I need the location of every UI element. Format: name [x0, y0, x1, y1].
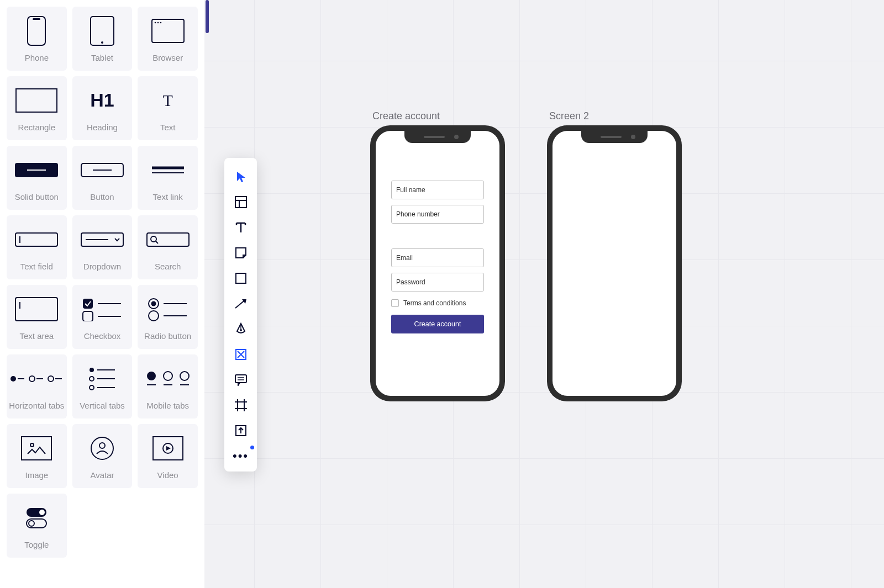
design-canvas[interactable]: ••• Create account Full name Phone numbe… [204, 0, 884, 588]
svg-point-45 [147, 372, 156, 380]
artboard-label[interactable]: Screen 2 [547, 110, 682, 122]
device-screen[interactable]: Full name Phone number Email Password Te… [376, 131, 499, 396]
palette-label: Rectangle [18, 123, 56, 131]
artboard-label[interactable]: Create account [370, 110, 505, 122]
palette-item-text-link[interactable]: Text link [138, 146, 198, 210]
palette-label: Dropdown [83, 262, 121, 271]
palette-item-radio-button[interactable]: Radio button [138, 285, 198, 349]
device-notch [404, 131, 471, 143]
palette-item-mobile-tabs[interactable]: Mobile tabs [138, 354, 198, 419]
phone-number-field[interactable]: Phone number [391, 205, 484, 224]
palette-item-video[interactable]: Video [138, 424, 198, 488]
browser-icon [151, 16, 185, 46]
palette-label: Text link [153, 193, 183, 201]
svg-point-20 [151, 236, 156, 242]
svg-point-52 [30, 443, 34, 447]
palette-label: Solid button [15, 193, 59, 201]
svg-point-58 [39, 510, 45, 515]
full-name-field[interactable]: Full name [391, 181, 484, 199]
palette-label: Avatar [90, 471, 114, 479]
palette-label: Mobile tabs [146, 401, 189, 410]
text-area-icon [15, 294, 58, 324]
component-palette: Phone Tablet Browser Rectangle H1 Headin… [0, 0, 204, 588]
palette-grid: Phone Tablet Browser Rectangle H1 Headin… [7, 7, 198, 558]
select-tool[interactable] [233, 169, 249, 184]
svg-rect-15 [15, 233, 57, 246]
text-tool[interactable] [233, 220, 249, 235]
palette-item-checkbox[interactable]: Checkbox [72, 285, 133, 349]
svg-point-49 [180, 372, 189, 380]
dropdown-icon [81, 225, 124, 255]
palette-item-rectangle[interactable]: Rectangle [7, 76, 67, 140]
svg-rect-2 [91, 17, 114, 45]
palette-item-text[interactable]: T Text [138, 76, 198, 140]
heading-icon: H1 [90, 86, 114, 115]
checkbox-box[interactable] [391, 299, 399, 307]
svg-point-35 [29, 376, 35, 382]
arrow-tool[interactable] [233, 296, 249, 311]
layout-tool[interactable] [233, 194, 249, 210]
palette-item-heading[interactable]: H1 Heading [72, 76, 133, 140]
password-field[interactable]: Password [391, 273, 484, 292]
palette-item-button[interactable]: Button [72, 146, 133, 210]
mobile-tabs-icon [145, 364, 191, 394]
comment-tool[interactable] [233, 372, 249, 388]
palette-label: Button [90, 193, 114, 201]
svg-point-39 [90, 368, 94, 372]
svg-point-41 [90, 377, 94, 381]
palette-item-text-area[interactable]: Text area [7, 285, 67, 349]
palette-label: Radio button [144, 332, 191, 340]
palette-item-toggle[interactable]: Toggle [7, 494, 67, 558]
device-screen[interactable] [552, 131, 676, 396]
palette-item-horizontal-tabs[interactable]: Horizontal tabs [7, 354, 67, 419]
phone-icon [27, 16, 46, 46]
palette-item-vertical-tabs[interactable]: Vertical tabs [72, 354, 133, 419]
email-field[interactable]: Email [391, 248, 484, 267]
palette-label: Vertical tabs [80, 401, 125, 410]
export-tool[interactable] [233, 423, 249, 438]
palette-item-dropdown[interactable]: Dropdown [72, 215, 133, 279]
palette-label: Image [25, 471, 48, 479]
text-link-icon [152, 155, 184, 185]
note-tool[interactable] [233, 245, 249, 261]
palette-label: Checkbox [84, 332, 121, 340]
svg-rect-22 [15, 298, 57, 321]
svg-rect-26 [83, 311, 93, 321]
artboard-screen-2[interactable]: Screen 2 [547, 110, 682, 401]
more-tools[interactable]: ••• [233, 448, 249, 464]
checkbox-icon [82, 294, 122, 324]
tablet-icon [90, 16, 114, 46]
palette-item-text-field[interactable]: Text field [7, 215, 67, 279]
svg-point-43 [90, 385, 94, 390]
palette-item-tablet[interactable]: Tablet [72, 7, 133, 71]
terms-checkbox-row[interactable]: Terms and conditions [391, 299, 484, 307]
palette-item-search[interactable]: Search [138, 215, 198, 279]
canvas-scroll-indicator[interactable] [206, 0, 209, 33]
avatar-icon [90, 433, 114, 463]
palette-item-browser[interactable]: Browser [138, 7, 198, 71]
image-icon [21, 433, 52, 463]
icon-tool[interactable] [233, 347, 249, 362]
palette-label: Text area [19, 332, 54, 340]
artboard-create-account[interactable]: Create account Full name Phone number Em… [370, 110, 505, 401]
svg-point-5 [154, 22, 156, 23]
pen-tool[interactable] [233, 321, 249, 337]
device-frame [547, 125, 682, 401]
device-frame: Full name Phone number Email Password Te… [370, 125, 505, 401]
svg-rect-59 [27, 519, 46, 528]
rectangle-icon [15, 86, 57, 115]
palette-item-avatar[interactable]: Avatar [72, 424, 133, 488]
rectangle-tool[interactable] [233, 271, 249, 286]
palette-item-phone[interactable]: Phone [7, 7, 67, 71]
palette-label: Text field [20, 262, 53, 271]
frame-tool[interactable] [233, 398, 249, 413]
svg-point-29 [151, 301, 156, 306]
palette-item-image[interactable]: Image [7, 424, 67, 488]
toggle-icon [25, 503, 48, 533]
create-account-button[interactable]: Create account [391, 315, 484, 333]
svg-point-60 [29, 521, 34, 526]
video-icon [152, 433, 183, 463]
svg-rect-24 [83, 299, 93, 309]
svg-rect-19 [147, 233, 189, 246]
palette-item-solid-button[interactable]: Solid button [7, 146, 67, 210]
